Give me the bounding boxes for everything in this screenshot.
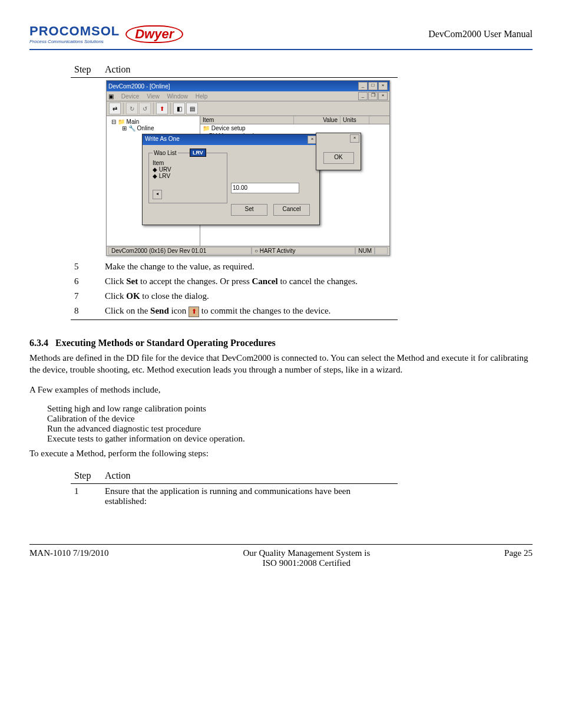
send-icon: ⬆ [189,307,199,317]
wao-list-group: Wao List Item ◆ URV ◆ LRV ◂ [148,150,227,203]
message-box: × OK [316,133,361,170]
lrv-item[interactable]: ◆ LRV [153,173,223,179]
step-action: Ensure that the application is running a… [101,483,398,509]
step-num: 7 [71,289,101,304]
list-hdr-value[interactable]: Value [294,116,340,124]
col-action: Action [101,468,398,484]
app-title: DevCom2000 - [Online] [108,83,170,90]
example-line: Run the advanced diagnostic test procedu… [47,424,533,434]
step-action: Make the change to the value, as require… [101,259,398,274]
para: To execute a Method, perform the followi… [29,447,533,459]
dwyer-logo: Dwyer [125,25,183,43]
status-num: NUM [355,247,375,255]
menu-bar: ▣ Device View Window Help [108,93,213,100]
mdi-bar: ▣ Device View Window Help _ ❐ × [107,91,389,101]
step-table-1: Step Action DevCom2000 - [Online] _ □ × … [71,62,398,320]
urv-item[interactable]: ◆ URV [153,166,223,173]
step-table-2: Step Action 1 Ensure that the applicatio… [71,468,398,509]
footer-right: Page 25 [504,548,533,568]
toolbar-btn-3[interactable]: ↺ [139,103,151,114]
menu-view[interactable]: View [147,93,160,100]
cancel-button[interactable]: Cancel [273,204,310,216]
menu-device[interactable]: Device [121,93,140,100]
example-line: Execute tests to gather information on d… [47,434,533,444]
msg-close-icon[interactable]: × [350,134,359,143]
page-header: PROCOMSOL Process Communications Solutio… [29,24,533,50]
step-action: Click on the Send icon ⬆ to commit the c… [101,304,398,319]
step-num: 1 [71,483,101,509]
para: A Few examples of methods include, [29,384,533,396]
group-header: Item [153,160,223,166]
menu-window[interactable]: Window [167,93,188,100]
mdi-close-icon[interactable]: × [378,92,388,100]
scroll-left-icon[interactable]: ◂ [153,190,162,199]
section-heading: 6.3.4 Executing Methods or Standard Oper… [29,338,533,348]
ok-button[interactable]: OK [323,152,354,164]
col-step: Step [71,62,101,78]
mdi-minimize-icon[interactable]: _ [358,92,368,100]
step-num: 6 [71,274,101,289]
toolbar-btn-5[interactable]: ◧ [173,103,185,114]
list-hdr-item[interactable]: Item [200,116,294,124]
procomsol-logo: PROCOMSOL Process Communications Solutio… [29,24,120,44]
step-action: Click OK to close the dialog. [101,289,398,304]
step-num: 8 [71,304,101,319]
tree-child[interactable]: ⊞ 🔧 Online [109,125,197,131]
value-input[interactable]: 10.00 [231,183,299,193]
minimize-icon[interactable]: _ [358,82,368,90]
app-titlebar: DevCom2000 - [Online] _ □ × [107,81,389,91]
col-step: Step [71,468,101,484]
toolbar: ⇄ ↻ ↺ ⬆ ◧ ▤ [107,101,389,116]
step-action: Click Set to accept the changes. Or pres… [101,274,398,289]
examples-block: Setting high and low range calibration p… [47,404,533,444]
page-footer: MAN-1010 7/19/2010 Our Quality Managemen… [29,544,533,568]
window-buttons: _ □ × [358,82,388,90]
toolbar-btn-6[interactable]: ▤ [186,103,198,114]
step-num: 5 [71,259,101,274]
status-mid: ○ HART Activity [252,247,355,255]
status-left: DevCom2000 (0x16) Dev Rev 01.01 [108,247,252,255]
list-hdr-units[interactable]: Units [340,116,369,124]
set-button[interactable]: Set [231,204,267,216]
mdi-restore-icon[interactable]: ❐ [368,92,378,100]
manual-title: DevCom2000 User Manual [428,29,533,39]
toolbar-btn-1[interactable]: ⇄ [109,103,121,114]
dialog-title: Write As One [145,136,180,144]
status-bar: DevCom2000 (0x16) Dev Rev 01.01 ○ HART A… [107,246,389,255]
maximize-icon[interactable]: □ [368,82,378,90]
app-window: DevCom2000 - [Online] _ □ × ▣ Device Vie… [106,80,390,256]
col-action: Action [101,62,398,78]
list-row[interactable]: 📁 Device setup [200,124,389,132]
toolbar-send-icon[interactable]: ⬆ [156,103,168,114]
footer-left: MAN-1010 7/19/2010 [29,548,109,568]
example-line: Calibration of the device [47,414,533,424]
tree-root[interactable]: ⊟ 📁 Main [109,118,197,125]
lrv-highlight: LRV [190,149,206,157]
toolbar-btn-2[interactable]: ↻ [126,103,138,114]
logo-group: PROCOMSOL Process Communications Solutio… [29,24,183,44]
menu-help[interactable]: Help [196,93,208,100]
footer-center: Our Quality Management System is ISO 900… [109,548,504,568]
write-as-one-dialog: Write As One × LRV Wao List Item ◆ URV ◆… [142,134,320,225]
para: Methods are defined in the DD file for t… [29,352,533,376]
close-icon[interactable]: × [378,82,388,90]
example-line: Setting high and low range calibration p… [47,404,533,414]
